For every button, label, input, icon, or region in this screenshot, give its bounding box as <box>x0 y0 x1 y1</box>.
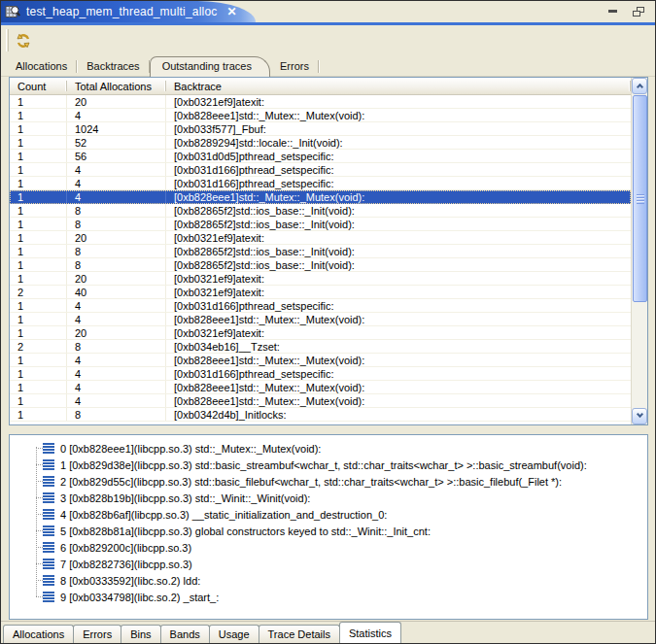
backtrace-frame-item[interactable]: 6 [0xb829200c](libcpp.so.3) <box>10 539 647 556</box>
scrollbar-thumb[interactable] <box>633 95 647 302</box>
table-row[interactable]: 14[0xb828eee1]std::_Mutex::_Mutex(void): <box>10 109 631 122</box>
cell-count: 1 <box>10 394 67 407</box>
stack-frame-icon <box>43 525 54 536</box>
column-header-total-allocations[interactable]: Total Allocations <box>67 78 166 94</box>
table-row[interactable]: 14[0xb031d166]pthread_setspecific: <box>10 299 631 313</box>
table-row[interactable]: 18[0xb82865f2]std::ios_base::_Init(void)… <box>10 245 631 258</box>
cell-total-allocations: 4 <box>67 177 166 189</box>
table-row[interactable]: 18[0xb82865f2]std::ios_base::_Init(void)… <box>10 218 631 231</box>
cell-count: 2 <box>10 286 67 298</box>
table-row[interactable]: 152[0xb8289294]std::locale::_Init(void): <box>10 136 631 150</box>
table-row[interactable]: 14[0xb828eee1]std::_Mutex::_Mutex(void): <box>10 381 631 394</box>
refresh-button[interactable] <box>13 31 34 51</box>
table-row[interactable]: 14[0xb828eee1]std::_Mutex::_Mutex(void): <box>10 313 631 326</box>
table-row[interactable]: 240[0xb0321ef9]atexit: <box>10 286 631 299</box>
backtrace-frame-item[interactable]: 0 [0xb828eee1](libcpp.so.3) std::_Mutex:… <box>10 440 647 457</box>
backtrace-frame-label: 0 [0xb828eee1](libcpp.so.3) std::_Mutex:… <box>60 443 321 455</box>
backtrace-frame-item[interactable]: 7 [0xb8282736](libcpp.so.3) <box>10 556 647 572</box>
cell-total-allocations: 20 <box>67 326 166 339</box>
restore-button[interactable] <box>632 6 645 17</box>
tab-outstanding-traces[interactable]: Outstanding traces <box>150 56 270 77</box>
stack-frame-icon <box>43 575 54 586</box>
backtrace-frame-item[interactable]: 3 [0xb828b19b](libcpp.so.3) std::_Winit:… <box>10 490 647 506</box>
backtrace-frame-label: 1 [0xb829d38e](libcpp.so.3) std::basic_s… <box>60 459 587 471</box>
page-tab-statistics[interactable]: Statistics <box>339 622 401 643</box>
cell-backtrace: [0xb031d0d5]pthread_setspecific: <box>166 150 631 162</box>
table-row[interactable]: 156[0xb031d0d5]pthread_setspecific: <box>10 150 631 163</box>
view-tab[interactable]: test_heap_mem_thread_multi_alloc ✕ <box>1 1 256 22</box>
scroll-up-button[interactable] <box>632 78 647 94</box>
cell-total-allocations: 8 <box>67 340 166 353</box>
minimize-icon <box>608 10 617 13</box>
cell-count: 1 <box>10 136 67 149</box>
table-row[interactable]: 120[0xb0321ef9]atexit: <box>10 326 631 340</box>
chevron-up-icon <box>637 84 643 90</box>
cell-count: 1 <box>10 231 67 244</box>
page-tab-allocations[interactable]: Allocations <box>3 625 74 643</box>
stack-frame-icon <box>43 459 54 470</box>
backtrace-frame-item[interactable]: 8 [0xb0333592](libc.so.2) ldd: <box>10 572 647 589</box>
cell-backtrace: [0xb828eee1]std::_Mutex::_Mutex(void): <box>166 354 631 366</box>
cell-backtrace: [0xb0321ef9]atexit: <box>166 231 631 244</box>
toolbar-handle[interactable] <box>6 29 9 51</box>
column-header-backtrace[interactable]: Backtrace <box>166 78 631 94</box>
cell-backtrace: [0xb033f577]_Fbuf: <box>166 122 631 135</box>
page-tab-usage[interactable]: Usage <box>209 625 259 643</box>
column-header-count[interactable]: Count <box>10 78 67 94</box>
cell-count: 1 <box>10 190 67 203</box>
vertical-scrollbar[interactable] <box>631 78 647 424</box>
table-row[interactable]: 14[0xb031d166]pthread_setspecific: <box>10 367 631 381</box>
cell-total-allocations: 20 <box>67 231 166 244</box>
backtrace-frame-label: 2 [0xb829d55c](libcpp.so.3) std::basic_f… <box>60 476 562 488</box>
tab-errors[interactable]: Errors <box>270 57 319 76</box>
cell-count: 1 <box>10 245 67 257</box>
page-tab-errors[interactable]: Errors <box>73 625 121 643</box>
stack-frame-icon <box>43 592 54 602</box>
backtrace-frame-item[interactable]: 9 [0xb0334798](libc.so.2) _start_: <box>10 589 647 605</box>
cell-count: 1 <box>10 218 67 230</box>
table-row[interactable]: 120[0xb0321ef9]atexit: <box>10 231 631 245</box>
table-row[interactable]: 14[0xb031d166]pthread_setspecific: <box>10 163 631 177</box>
cell-count: 1 <box>10 326 67 339</box>
backtrace-frame-label: 7 [0xb8282736](libcpp.so.3) <box>60 559 192 570</box>
table-row[interactable]: 120[0xb0321ef9]atexit: <box>10 272 631 286</box>
table-row[interactable]: 14[0xb828eee1]std::_Mutex::_Mutex(void): <box>10 354 631 367</box>
table-row[interactable]: 18[0xb82865f2]std::ios_base::_Init(void)… <box>10 258 631 272</box>
chevron-down-icon <box>637 411 643 418</box>
backtrace-frame-item[interactable]: 1 [0xb829d38e](libcpp.so.3) std::basic_s… <box>10 457 647 473</box>
restore-icon <box>633 7 644 17</box>
table-row[interactable]: 14[0xb031d166]pthread_setspecific: <box>10 177 631 190</box>
scroll-down-button[interactable] <box>632 408 647 424</box>
table-row[interactable]: 11024[0xb033f577]_Fbuf: <box>10 122 631 136</box>
backtrace-frame-item[interactable]: 2 [0xb829d55c](libcpp.so.3) std::basic_f… <box>10 473 647 490</box>
page-tab-bands[interactable]: Bands <box>160 625 210 643</box>
page-tab-bins[interactable]: Bins <box>121 625 160 643</box>
cell-count: 1 <box>10 258 67 271</box>
cell-total-allocations: 1024 <box>67 122 166 135</box>
table-row[interactable]: 120[0xb0321ef9]atexit: <box>10 95 631 109</box>
minimize-button[interactable] <box>606 6 620 17</box>
close-icon[interactable]: ✕ <box>227 5 237 18</box>
page-tab-trace-details[interactable]: Trace Details <box>259 625 340 643</box>
table-row[interactable]: 18[0xb82865f2]std::ios_base::_Init(void)… <box>10 204 631 218</box>
backtrace-detail-panel: 0 [0xb828eee1](libcpp.so.3) std::_Mutex:… <box>9 434 648 620</box>
cell-total-allocations: 20 <box>67 272 166 285</box>
table-row[interactable]: 14[0xb828eee1]std::_Mutex::_Mutex(void): <box>10 394 631 408</box>
table-row[interactable]: 18[0xb0342d4b]_Initlocks: <box>10 408 631 422</box>
cell-total-allocations: 56 <box>67 150 166 162</box>
tab-allocations[interactable]: Allocations <box>6 57 77 76</box>
backtrace-frame-item[interactable]: 4 [0xb828b6af](libcpp.so.3) __static_ini… <box>10 506 647 523</box>
cell-backtrace: [0xb0321ef9]atexit: <box>166 272 631 285</box>
cell-backtrace: [0xb031d166]pthread_setspecific: <box>166 299 631 312</box>
cell-backtrace: [0xb0321ef9]atexit: <box>166 286 631 298</box>
cell-total-allocations: 20 <box>67 95 166 108</box>
backtrace-frame-item[interactable]: 5 [0xb828b81a](libcpp.so.3) global const… <box>10 523 647 539</box>
cell-count: 1 <box>10 299 67 312</box>
table-row[interactable]: 28[0xb034eb16]__Tzset: <box>10 340 631 354</box>
cell-count: 1 <box>10 177 67 189</box>
cell-count: 1 <box>10 150 67 162</box>
table-row[interactable]: 14[0xb828eee1]std::_Mutex::_Mutex(void): <box>10 190 631 204</box>
cell-backtrace: [0xb0342d4b]_Initlocks: <box>166 408 631 421</box>
cell-backtrace: [0xb828eee1]std::_Mutex::_Mutex(void): <box>166 109 631 121</box>
tab-backtraces[interactable]: Backtraces <box>77 57 149 76</box>
